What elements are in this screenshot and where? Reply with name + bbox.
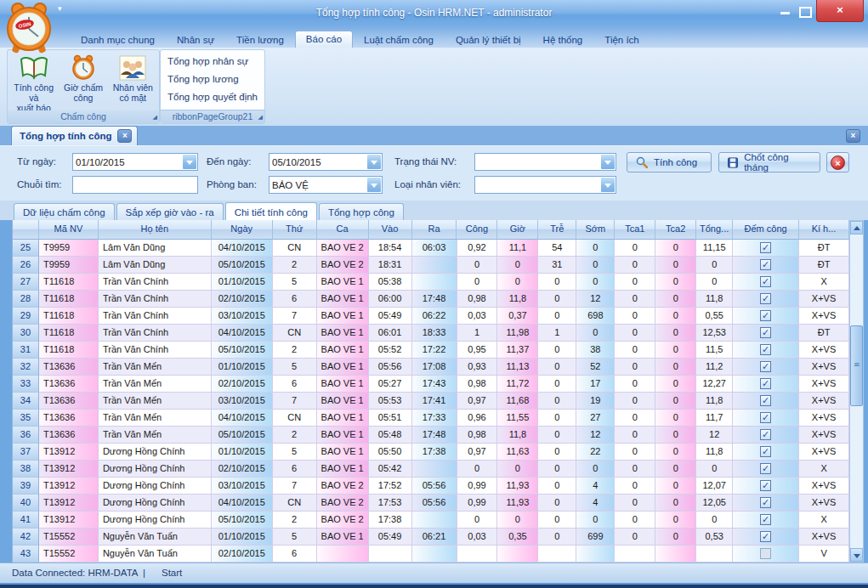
cell-vao[interactable] xyxy=(369,546,412,563)
cell-vao[interactable]: 05:52 xyxy=(369,342,412,359)
cell-dem[interactable] xyxy=(733,444,799,461)
den-ngay-combo[interactable] xyxy=(269,153,383,171)
cell-vao[interactable]: 06:00 xyxy=(369,291,412,308)
cell-dem[interactable] xyxy=(733,257,799,274)
cell-cong[interactable]: 0 xyxy=(457,512,498,529)
cell-ra[interactable] xyxy=(412,546,457,563)
cell-som[interactable]: 19 xyxy=(576,393,615,410)
trang-thai-input[interactable] xyxy=(478,155,600,169)
cell-dem[interactable] xyxy=(733,291,799,308)
chot-cong-thang-button[interactable]: Chốt công tháng xyxy=(718,152,820,172)
table-row[interactable]: 32T13636Trần Văn Mến01/10/20155BAO VE 10… xyxy=(13,359,849,376)
table-row[interactable]: 28T11618Trần Văn Chính02/10/20156BAO VE … xyxy=(13,291,849,308)
cell-ra[interactable] xyxy=(412,512,457,529)
cell-cong[interactable]: 0 xyxy=(457,257,498,274)
cell-ngay[interactable]: 01/10/2015 xyxy=(212,359,273,376)
cell-ma[interactable]: T11618 xyxy=(39,274,99,291)
cell-dem[interactable] xyxy=(733,240,799,257)
cell-vao[interactable]: 17:38 xyxy=(369,512,412,529)
cell-ten[interactable]: Trần Văn Mến xyxy=(99,359,212,376)
cell-ten[interactable]: Dương Hồng Chính xyxy=(99,512,212,529)
cell-som[interactable]: 0 xyxy=(576,461,615,478)
chevron-down-icon[interactable] xyxy=(367,178,381,192)
cell-kih[interactable]: X+VS xyxy=(799,359,849,376)
cell-ca[interactable] xyxy=(317,546,369,563)
cell-ca[interactable]: BAO VE 1 xyxy=(317,393,369,410)
cell-ca[interactable]: BAO VE 2 xyxy=(317,257,369,274)
cell-tca2[interactable]: 0 xyxy=(655,257,696,274)
subtab[interactable]: Tổng hợp công xyxy=(319,203,404,220)
cell-thu[interactable]: 6 xyxy=(273,291,317,308)
grid-column-header[interactable]: Tca1 xyxy=(615,220,655,240)
cell-ra[interactable]: 17:08 xyxy=(412,359,457,376)
cell-kih[interactable]: ĐT xyxy=(799,257,849,274)
cell-tre[interactable] xyxy=(538,546,576,563)
cell-ngay[interactable]: 02/10/2015 xyxy=(212,461,273,478)
cell-thu[interactable]: 2 xyxy=(273,427,317,444)
cell-vao[interactable]: 05:38 xyxy=(369,274,412,291)
cell-gio[interactable]: 11,55 xyxy=(497,410,538,427)
cell-tre[interactable]: 0 xyxy=(538,495,576,512)
cell-ten[interactable]: Trần Văn Mến xyxy=(99,410,212,427)
cell-vao[interactable]: 05:42 xyxy=(369,461,412,478)
cell-tca2[interactable]: 0 xyxy=(655,495,696,512)
attendance-checkbox[interactable] xyxy=(760,327,771,338)
cell-gio[interactable]: 11,98 xyxy=(497,325,538,342)
scroll-up-icon[interactable] xyxy=(850,221,863,235)
grid-column-header[interactable]: Công xyxy=(457,220,497,240)
cell-ra[interactable] xyxy=(412,257,457,274)
chevron-down-icon[interactable] xyxy=(367,155,381,169)
cell-gio[interactable]: 11,8 xyxy=(497,427,538,444)
cell-gio[interactable]: 0 xyxy=(497,512,538,529)
grid-column-header[interactable]: Giờ xyxy=(497,220,538,240)
cell-ca[interactable]: BAO VE 1 xyxy=(317,325,369,342)
cell-tre[interactable]: 0 xyxy=(538,461,576,478)
maximize-button[interactable] xyxy=(799,7,812,18)
cell-ca[interactable]: BAO VE 1 xyxy=(317,410,369,427)
row-number[interactable]: 33 xyxy=(13,376,39,393)
table-row[interactable]: 35T13636Trần Văn Mến04/10/2015CNBAO VE 1… xyxy=(13,410,849,427)
cell-tca2[interactable]: 0 xyxy=(655,410,696,427)
cell-ngay[interactable]: 02/10/2015 xyxy=(212,376,273,393)
cell-ma[interactable]: T11618 xyxy=(39,308,99,325)
cell-ngay[interactable]: 01/10/2015 xyxy=(212,444,273,461)
cell-ngay[interactable]: 04/10/2015 xyxy=(212,495,273,512)
cell-tca2[interactable]: 0 xyxy=(655,478,696,495)
cell-som[interactable]: 38 xyxy=(576,342,615,359)
cell-tre[interactable]: 0 xyxy=(538,291,576,308)
cell-tca1[interactable] xyxy=(615,546,655,563)
cell-vao[interactable]: 18:54 xyxy=(369,240,412,257)
cell-kih[interactable]: X+VS xyxy=(799,393,849,410)
cell-cong[interactable]: 0,92 xyxy=(457,240,498,257)
cell-tre[interactable]: 0 xyxy=(538,478,576,495)
cell-tong[interactable]: 11,8 xyxy=(696,291,733,308)
row-number[interactable]: 31 xyxy=(13,342,39,359)
cell-ten[interactable]: Dương Hồng Chính xyxy=(99,444,212,461)
cell-ra[interactable]: 17:41 xyxy=(412,393,457,410)
cell-som[interactable]: 4 xyxy=(576,478,615,495)
subtab[interactable]: Sắp xếp giờ vào - ra xyxy=(116,203,224,220)
table-row[interactable]: 30T11618Trần Văn Chính04/10/2015CNBAO VE… xyxy=(13,325,849,342)
cell-vao[interactable]: 05:48 xyxy=(369,427,412,444)
cell-ra[interactable]: 17:38 xyxy=(412,444,457,461)
cell-ca[interactable]: BAO VE 2 xyxy=(317,240,369,257)
row-number[interactable]: 42 xyxy=(13,529,39,546)
cell-ngay[interactable]: 02/10/2015 xyxy=(212,291,273,308)
cell-som[interactable]: 27 xyxy=(576,410,615,427)
table-row[interactable]: 25T9959Lâm Văn Dũng04/10/2015CNBAO VE 21… xyxy=(13,240,849,257)
cell-thu[interactable]: CN xyxy=(273,325,317,342)
attendance-checkbox[interactable] xyxy=(760,276,771,287)
cell-tre[interactable]: 0 xyxy=(538,410,576,427)
row-number[interactable]: 36 xyxy=(13,427,39,444)
row-number[interactable]: 32 xyxy=(13,359,39,376)
cell-som[interactable]: 22 xyxy=(576,444,615,461)
subtab[interactable]: Chi tiết tính công xyxy=(225,202,317,220)
ribbon-tab[interactable]: Danh mục chung xyxy=(70,31,166,48)
ribbon-tab[interactable]: Tiện ích xyxy=(593,31,650,48)
tu-ngay-combo[interactable] xyxy=(72,153,198,171)
cell-ma[interactable]: T13912 xyxy=(39,461,99,478)
cell-tca1[interactable]: 0 xyxy=(615,308,655,325)
table-row[interactable]: 26T9959Lâm Văn Dũng05/10/20152BAO VE 218… xyxy=(13,257,849,274)
cancel-button[interactable]: × xyxy=(826,152,849,172)
cell-ten[interactable]: Nguyễn Văn Tuấn xyxy=(99,546,212,563)
